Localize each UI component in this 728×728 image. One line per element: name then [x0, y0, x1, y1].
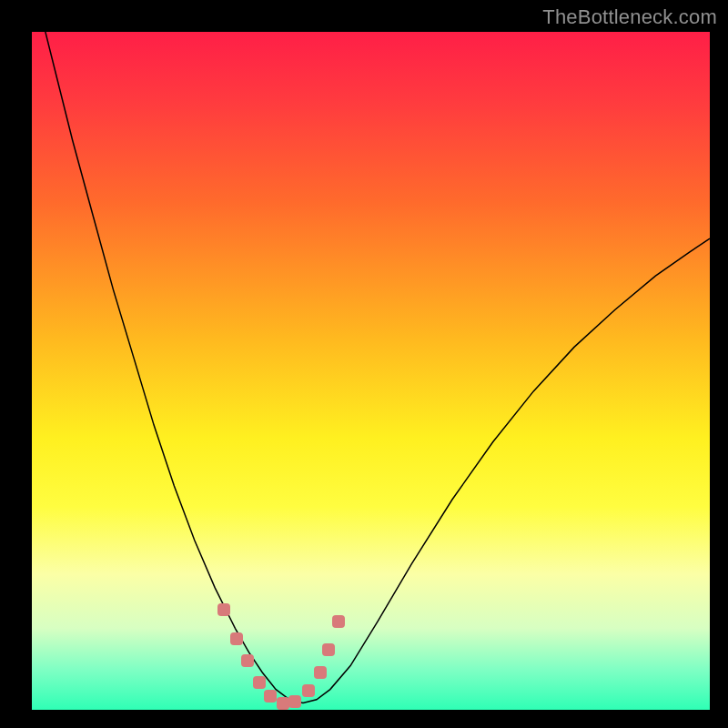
curve-marker [314, 666, 327, 679]
curve-marker [230, 632, 243, 645]
curve-marker [302, 684, 315, 697]
curve-marker [322, 643, 335, 656]
curve-marker [241, 654, 254, 667]
watermark-text: TheBottleneck.com [542, 5, 717, 29]
curve-marker [332, 615, 345, 628]
curve-marker [288, 695, 301, 708]
curve-marker [277, 697, 289, 710]
curve-marker [253, 676, 266, 689]
curve-marker [217, 603, 230, 616]
curve-marker [264, 690, 277, 703]
bottleneck-curve [32, 32, 710, 710]
